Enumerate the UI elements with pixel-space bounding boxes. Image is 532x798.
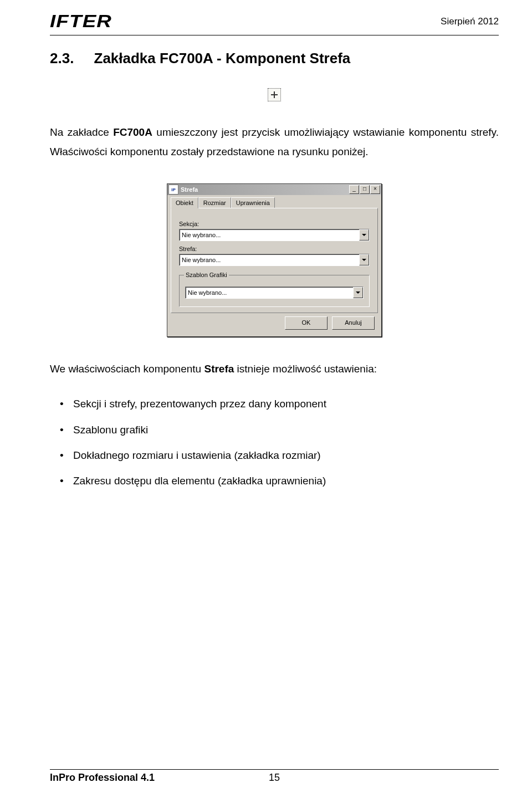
list-item: Sekcji i strefy, prezentowanych przez da…: [65, 394, 499, 414]
tab-panel-obiekt: Sekcja: Nie wybrano... Strefa: Nie wybra…: [171, 208, 378, 313]
szablon-dropdown[interactable]: Nie wybrano...: [185, 287, 364, 299]
ok-button[interactable]: OK: [285, 316, 328, 330]
minimize-button[interactable]: _: [349, 185, 359, 194]
dialog-title: Strefa: [181, 186, 349, 193]
settings-list: Sekcji i strefy, prezentowanych przez da…: [50, 394, 499, 490]
tab-obiekt[interactable]: Obiekt: [171, 197, 198, 208]
szablon-groupbox: Szablon Grafiki Nie wybrano...: [179, 275, 370, 307]
sekcja-value: Nie wybrano...: [180, 232, 359, 238]
chevron-down-icon[interactable]: [353, 287, 363, 298]
tab-strip: Obiekt Rozmiar Uprawnienia: [167, 195, 381, 208]
intro-pre: Na zakładce: [50, 126, 113, 138]
label-strefa: Strefa:: [179, 245, 370, 252]
app-icon: IP: [168, 185, 178, 195]
intro-bold: FC700A: [113, 126, 152, 138]
maximize-button[interactable]: □: [360, 185, 370, 194]
footer-rule: [50, 769, 499, 770]
close-button[interactable]: ×: [370, 185, 380, 194]
settings-intro-post: istnieje możliwość ustawienia:: [234, 363, 377, 375]
section-heading: 2.3. Zakładka FC700A - Komponent Strefa: [50, 50, 499, 67]
dialog-titlebar: IP Strefa _ □ ×: [167, 184, 381, 195]
tab-rozmiar[interactable]: Rozmiar: [198, 197, 231, 208]
groupbox-label: Szablon Grafiki: [184, 272, 229, 278]
list-item: Szablonu grafiki: [65, 420, 499, 440]
section-number: 2.3.: [50, 50, 74, 66]
tab-uprawnienia[interactable]: Uprawnienia: [231, 197, 275, 208]
szablon-value: Nie wybrano...: [186, 289, 353, 296]
component-icon-display: [50, 88, 499, 104]
cancel-button[interactable]: Anuluj: [332, 316, 375, 330]
list-item: Zakresu dostępu dla elementu (zakładka u…: [65, 471, 499, 491]
brand-logo: IFTER: [50, 11, 112, 32]
plus-icon: [268, 88, 281, 101]
chevron-down-icon[interactable]: [359, 229, 369, 241]
intro-paragraph: Na zakładce FC700A umieszczony jest przy…: [50, 122, 499, 161]
header-rule: [50, 35, 499, 35]
page-number: 15: [269, 772, 280, 784]
chevron-down-icon[interactable]: [359, 254, 369, 265]
strefa-dropdown[interactable]: Nie wybrano...: [179, 254, 370, 266]
list-item: Dokładnego rozmiaru i ustawienia (zakład…: [65, 446, 499, 466]
header-date: Sierpień 2012: [441, 16, 499, 27]
strefa-dialog: IP Strefa _ □ × Obiekt Rozmiar Uprawnien…: [167, 183, 382, 337]
settings-intro-pre: We właściwościach komponentu: [50, 363, 204, 375]
label-sekcja: Sekcja:: [179, 221, 370, 227]
settings-intro-bold: Strefa: [204, 363, 234, 375]
section-title-text: Zakładka FC700A - Komponent Strefa: [94, 50, 351, 66]
sekcja-dropdown[interactable]: Nie wybrano...: [179, 229, 370, 241]
strefa-value: Nie wybrano...: [180, 257, 359, 263]
settings-intro: We właściwościach komponentu Strefa istn…: [50, 359, 499, 378]
